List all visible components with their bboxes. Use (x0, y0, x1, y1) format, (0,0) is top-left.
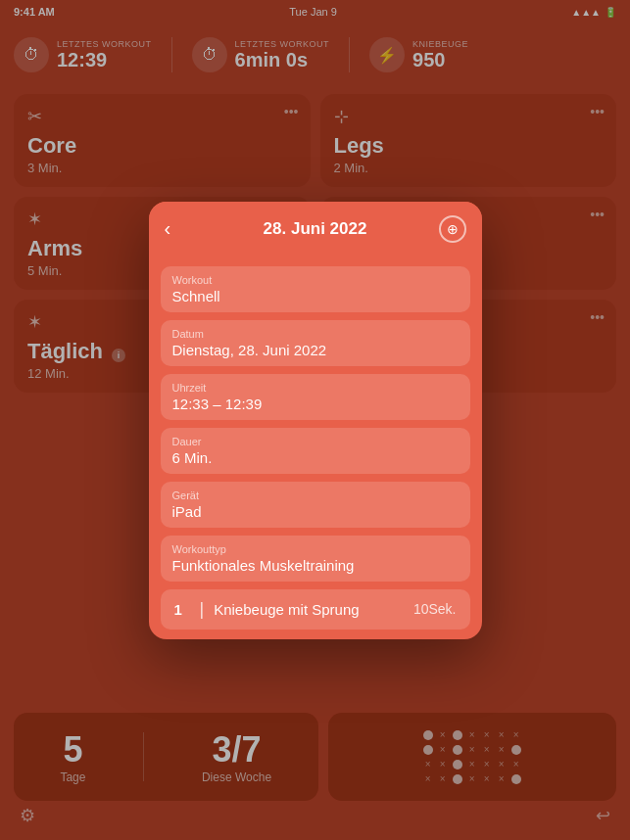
modal-field-label: Uhrzeit (172, 382, 459, 394)
modal-field: WorkoutSchnell (161, 266, 470, 312)
modal-field: Dauer6 Min. (161, 428, 470, 474)
modal-field-value: Schnell (172, 288, 459, 304)
exercise-number: 1 (174, 601, 190, 618)
modal-field-label: Dauer (172, 436, 459, 447)
modal-field-value: 12:33 – 12:39 (172, 396, 459, 412)
modal-overlay[interactable]: ‹ 28. Juni 2022 ⊕ WorkoutSchnellDatumDie… (0, 0, 630, 840)
modal-field-value: iPad (172, 503, 459, 520)
modal-title: 28. Juni 2022 (264, 219, 367, 239)
modal-field: WorkouttypFunktionales Muskeltraining (161, 536, 470, 582)
modal: ‹ 28. Juni 2022 ⊕ WorkoutSchnellDatumDie… (149, 202, 482, 639)
modal-field-label: Workout (172, 274, 459, 286)
modal-field: Uhrzeit12:33 – 12:39 (161, 374, 470, 420)
exercise-name: Kniebeuge mit Sprung (214, 601, 404, 618)
modal-field-value: Dienstag, 28. Juni 2022 (172, 342, 459, 358)
modal-body: WorkoutSchnellDatumDienstag, 28. Juni 20… (149, 257, 482, 639)
modal-field-label: Datum (172, 328, 459, 340)
modal-field-value: 6 Min. (172, 449, 459, 466)
exercise-row: 1 | Kniebeuge mit Sprung 10Sek. (161, 589, 470, 630)
exercise-icon: | (200, 599, 205, 620)
modal-header: ‹ 28. Juni 2022 ⊕ (149, 202, 482, 257)
modal-field: GerätiPad (161, 482, 470, 528)
modal-field-value: Funktionales Muskeltraining (172, 557, 459, 574)
modal-field-label: Gerät (172, 490, 459, 501)
exercise-duration: 10Sek. (413, 601, 457, 617)
modal-field: DatumDienstag, 28. Juni 2022 (161, 320, 470, 366)
modal-back-button[interactable]: ‹ (165, 215, 192, 243)
modal-action-button[interactable]: ⊕ (439, 215, 466, 243)
modal-field-label: Workouttyp (172, 543, 459, 555)
